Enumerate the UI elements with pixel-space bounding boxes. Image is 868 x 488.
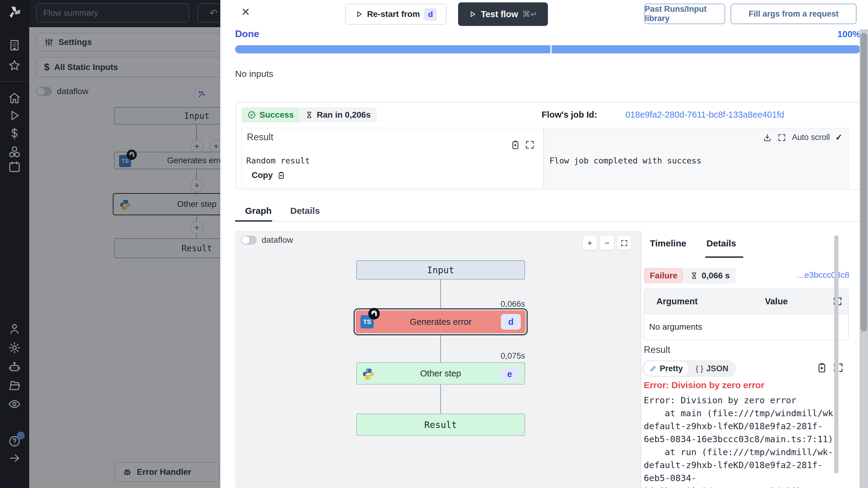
column-argument: Argument — [656, 296, 698, 307]
graph-node-error-duration: 0,066s — [465, 299, 525, 309]
left-rail — [0, 0, 29, 488]
copy-result-icon[interactable] — [510, 140, 521, 150]
details-scrollbar-thumb[interactable] — [834, 235, 838, 473]
download-log-icon[interactable] — [763, 133, 772, 142]
test-flow-drawer: ✕ Re-start from d Test flow ⌘↵ Past Runs… — [220, 0, 868, 488]
graph-dataflow-toggle[interactable] — [241, 235, 257, 245]
copy-label: Copy — [252, 170, 273, 180]
log-pane: Auto scroll ✓ Flow job completed with su… — [544, 128, 849, 188]
pretty-label: Pretty — [660, 364, 683, 373]
workspace-icon[interactable] — [8, 38, 21, 52]
tab-timeline[interactable]: Timeline — [650, 238, 686, 249]
expand-log-icon[interactable] — [777, 133, 786, 142]
error-stack-trace: Error: Division by zero error at main (f… — [644, 394, 847, 488]
panel-divider — [641, 231, 641, 488]
graph-node-input[interactable]: Input — [356, 260, 525, 280]
progress-bar — [235, 45, 861, 53]
tab-graph-active-underline — [235, 220, 272, 222]
step-result-title: Result — [644, 344, 670, 355]
auto-scroll-label: Auto scroll — [792, 133, 830, 142]
past-runs-button[interactable]: Past Runs/Input library — [644, 4, 725, 24]
error-title: Error: Division by zero error — [644, 380, 764, 390]
progress-segment-1 — [235, 45, 550, 53]
graph-dataflow-label: dataflow — [261, 235, 293, 245]
test-flow-button[interactable]: Test flow ⌘↵ — [458, 2, 548, 26]
windmill-app: Flow summary ↶ Settings $ All Static Inp… — [0, 0, 868, 488]
braces-icon: { } — [696, 364, 704, 373]
page-scrollbar-thumb[interactable] — [861, 33, 867, 332]
help-notification-dot — [17, 432, 25, 439]
no-inputs-text: No inputs — [235, 69, 273, 79]
deno-icon — [368, 308, 380, 319]
graph-node-other-label: Other step — [420, 369, 461, 378]
step-details-panel: Timeline Details Failure 0,066 s ...e3bc… — [642, 231, 850, 488]
result-view-segmented-control: Pretty { } JSON — [642, 360, 736, 377]
pretty-toggle[interactable]: Pretty — [643, 361, 689, 376]
resources-cubes-icon[interactable] — [8, 145, 21, 159]
rail-divider — [0, 81, 29, 82]
copy-step-result-icon[interactable] — [816, 362, 828, 373]
failure-label: Failure — [650, 271, 678, 281]
success-label: Success — [259, 110, 294, 120]
expand-sidebar-arrow-icon[interactable] — [8, 452, 21, 465]
graph-connector-line — [440, 270, 441, 424]
graph-node-other-step[interactable]: Other step e — [356, 362, 525, 384]
graph-node-other-duration: 0,075s — [465, 351, 525, 361]
tab-step-details[interactable]: Details — [707, 238, 736, 249]
graph-node-error-step[interactable]: TS Generates error d — [355, 310, 526, 333]
restart-from-button[interactable]: Re-start from d — [345, 4, 447, 25]
no-arguments-text: No arguments — [649, 322, 702, 332]
expand-result-icon[interactable] — [525, 140, 535, 150]
pen-icon — [650, 365, 657, 372]
check-circle-icon — [247, 111, 256, 119]
variables-dollar-icon[interactable] — [8, 127, 21, 140]
favorites-star-icon[interactable] — [8, 59, 21, 72]
page-scrollbar-track[interactable] — [860, 29, 868, 488]
json-toggle[interactable]: { } JSON — [689, 361, 735, 376]
play-icon — [355, 10, 363, 18]
modal-dim-overlay[interactable] — [29, 0, 220, 488]
test-flow-shortcut: ⌘↵ — [522, 9, 537, 19]
success-badge: Success — [241, 107, 300, 122]
windmill-logo-icon[interactable] — [7, 4, 22, 20]
restart-from-label: Re-start from — [367, 9, 420, 19]
hourglass-icon — [305, 111, 313, 119]
runs-play-icon[interactable] — [8, 109, 21, 122]
tab-details[interactable]: Details — [290, 206, 320, 216]
job-id-link[interactable]: 018e9fa2-280d-7611-bc8f-133a8ee401fd — [625, 110, 784, 120]
workers-robot-icon[interactable] — [8, 361, 21, 374]
result-pane: Result Random result Copy — [242, 128, 544, 188]
graph-node-result[interactable]: Result — [356, 413, 525, 436]
tab-step-details-underline — [705, 256, 743, 258]
test-flow-label: Test flow — [481, 9, 518, 19]
column-value: Value — [765, 296, 788, 307]
restart-step-badge: d — [424, 8, 437, 21]
fill-args-button[interactable]: Fill args from a request — [731, 4, 857, 24]
failure-badge: Failure — [644, 268, 684, 284]
fit-view-button[interactable] — [617, 236, 631, 250]
users-person-icon[interactable] — [8, 322, 21, 335]
schedules-calendar-icon[interactable] — [8, 160, 21, 173]
json-label: JSON — [706, 364, 728, 373]
audit-eye-icon[interactable] — [8, 398, 21, 411]
python-icon — [362, 367, 375, 381]
progress-segment-2 — [552, 45, 861, 53]
progress-percent: 100% — [802, 29, 861, 39]
folders-icon[interactable] — [8, 379, 21, 392]
hourglass-icon — [690, 272, 698, 280]
auto-scroll-check-icon[interactable]: ✓ — [835, 133, 842, 142]
settings-gear-icon[interactable] — [8, 341, 21, 354]
arguments-table: Argument Value No arguments — [644, 288, 849, 340]
ran-in-label: Ran in 0,206s — [317, 110, 371, 120]
log-toolbar: Auto scroll ✓ — [763, 133, 842, 142]
copy-button[interactable]: Copy — [252, 170, 285, 180]
home-icon[interactable] — [8, 91, 21, 105]
tab-graph[interactable]: Graph — [245, 206, 272, 216]
zoom-out-button[interactable]: − — [600, 236, 614, 250]
help-icon[interactable] — [8, 435, 21, 448]
job-id-label: Flow's job Id: — [541, 110, 597, 120]
log-line: Flow job completed with success — [550, 156, 701, 165]
run-status-text: Done — [235, 28, 259, 39]
close-icon[interactable]: ✕ — [239, 5, 252, 19]
zoom-in-button[interactable]: + — [583, 236, 597, 250]
